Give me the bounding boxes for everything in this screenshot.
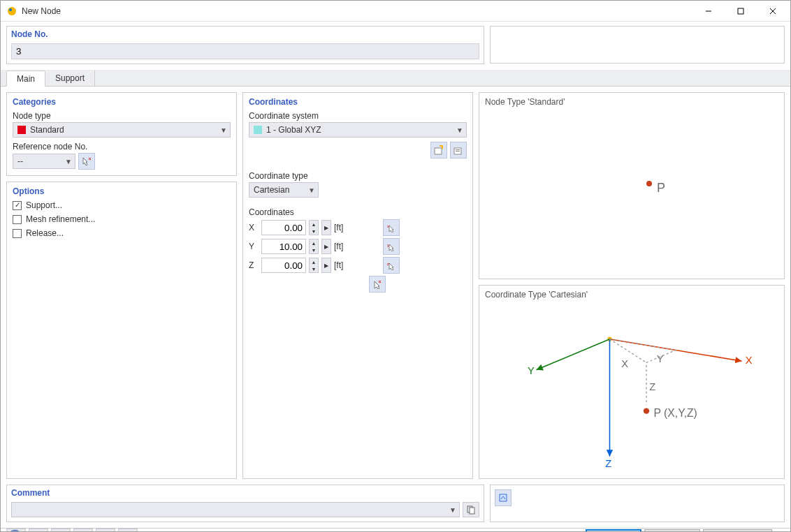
coord-y-input[interactable]: [261, 239, 306, 254]
svg-point-1: [9, 8, 12, 11]
node-no-input[interactable]: [11, 43, 479, 59]
node-no-panel: Node No.: [6, 26, 484, 64]
coordinates-title: Coordinates: [249, 97, 467, 107]
close-button[interactable]: [757, 1, 789, 22]
svg-rect-12: [456, 151, 460, 152]
edit-coord-system-button[interactable]: [450, 142, 467, 158]
coord-type-select[interactable]: Cartesian ▼: [249, 182, 319, 198]
ok-button[interactable]: OK: [586, 529, 641, 532]
coord-z-spinner[interactable]: ▲▼: [309, 258, 319, 273]
options-title: Options: [13, 186, 231, 196]
svg-rect-8: [435, 148, 442, 154]
svg-rect-11: [456, 149, 460, 150]
app-icon: [6, 6, 17, 17]
node-type-swatch: [17, 126, 26, 134]
svg-text:y: y: [387, 243, 389, 247]
tool-brain-button[interactable]: [118, 529, 138, 532]
system-swatch: [254, 126, 262, 134]
maximize-button[interactable]: [725, 1, 757, 22]
checkbox-icon: [13, 215, 22, 224]
properties-mini-panel: [490, 485, 785, 522]
svg-rect-34: [470, 508, 474, 514]
minimize-button[interactable]: [692, 1, 725, 22]
ref-node-pick-button[interactable]: [78, 153, 95, 170]
option-support[interactable]: Support...: [13, 200, 231, 210]
footer: 0.00 fE OK Cancel Apply & Next: [1, 528, 790, 532]
coord-y-pick-button[interactable]: y: [383, 238, 400, 255]
coords-values-label: Coordinates: [249, 207, 467, 217]
properties-tool-button[interactable]: [495, 489, 511, 506]
ref-node-select[interactable]: -- ▼: [13, 154, 75, 169]
categories-panel: Categories Node type Standard ▼ Referenc…: [6, 92, 237, 176]
comment-input[interactable]: ▼: [11, 502, 460, 517]
node-type-preview-panel: Node Type 'Standard' P: [479, 92, 785, 279]
coord-x-label: X: [249, 223, 259, 232]
tab-main[interactable]: Main: [6, 71, 45, 87]
svg-text:P (X,Y,Z): P (X,Y,Z): [654, 407, 697, 419]
svg-point-0: [8, 7, 16, 15]
tool-wind-button[interactable]: [73, 529, 93, 532]
coord-x-pick-button[interactable]: x: [383, 219, 400, 236]
coord-y-spinner[interactable]: ▲▼: [309, 239, 319, 254]
svg-line-23: [537, 339, 610, 370]
coord-x-unit: [ft]: [334, 223, 349, 232]
comment-title: Comment: [11, 488, 479, 498]
node-type-label: Node type: [13, 111, 231, 121]
option-release[interactable]: Release...: [13, 228, 231, 238]
coord-z-label: Z: [249, 260, 259, 270]
node-type-select[interactable]: Standard ▼: [13, 122, 231, 138]
chevron-down-icon: ▼: [449, 506, 456, 514]
options-panel: Options Support... Mesh refinement... Re…: [6, 182, 237, 479]
svg-text:z: z: [387, 262, 389, 266]
new-coord-system-button[interactable]: [430, 142, 447, 158]
option-mesh[interactable]: Mesh refinement...: [13, 214, 231, 224]
apply-next-button[interactable]: Apply & Next: [703, 529, 772, 532]
coord-system-select[interactable]: 1 - Global XYZ ▼: [249, 122, 467, 138]
checkbox-icon: [13, 229, 22, 238]
chevron-down-icon: ▼: [456, 126, 463, 134]
categories-title: Categories: [13, 97, 231, 107]
tool-units-button[interactable]: 0.00: [29, 529, 48, 532]
chevron-down-icon: ▼: [220, 126, 227, 134]
coord-y-label: Y: [249, 242, 259, 251]
coord-z-input[interactable]: [261, 258, 306, 273]
cancel-button[interactable]: Cancel: [644, 529, 700, 532]
node-type-preview-title: Node Type 'Standard': [485, 97, 778, 107]
checkbox-icon: [13, 201, 22, 210]
comment-copy-button[interactable]: [463, 502, 479, 517]
chevron-down-icon: ▼: [308, 186, 315, 194]
svg-rect-3: [738, 8, 743, 14]
tab-support[interactable]: Support: [45, 71, 95, 87]
coord-type-preview-panel: Coordinate Type 'Cartesian' X Y Z: [479, 285, 785, 479]
tool-fe-button[interactable]: fE: [96, 529, 115, 532]
coord-type-preview-title: Coordinate Type 'Cartesian': [485, 290, 778, 300]
coord-x-step-button[interactable]: ▶: [321, 220, 331, 235]
svg-text:Y: Y: [657, 353, 664, 364]
svg-text:x: x: [387, 224, 389, 228]
upper-preview-box: [490, 26, 785, 64]
coordinates-panel: Coordinates Coordinate system 1 - Global…: [242, 92, 473, 479]
tab-bar: Main Support: [1, 70, 790, 87]
ref-node-label: Reference node No.: [13, 142, 231, 152]
coord-z-step-button[interactable]: ▶: [321, 258, 331, 273]
coord-y-step-button[interactable]: ▶: [321, 239, 331, 254]
coord-pick-all-button[interactable]: [369, 276, 386, 293]
coord-z-pick-button[interactable]: z: [383, 257, 400, 274]
coord-x-spinner[interactable]: ▲▼: [309, 220, 319, 235]
chevron-down-icon: ▼: [65, 158, 72, 165]
svg-text:X: X: [746, 355, 753, 366]
svg-point-31: [644, 408, 649, 413]
svg-point-18: [646, 181, 652, 186]
svg-text:X: X: [621, 358, 628, 369]
window-title: New Node: [22, 6, 692, 16]
svg-text:Z: Z: [605, 459, 611, 470]
tool-model-button[interactable]: [51, 529, 71, 532]
coord-y-unit: [ft]: [334, 242, 349, 251]
titlebar: New Node: [1, 1, 790, 22]
coord-type-label: Coordinate type: [249, 171, 467, 181]
coord-system-label: Coordinate system: [249, 111, 467, 121]
coord-x-input[interactable]: [261, 220, 306, 235]
tool-help-button[interactable]: [6, 529, 26, 532]
comment-panel: Comment ▼: [6, 485, 484, 522]
svg-rect-35: [500, 494, 507, 501]
